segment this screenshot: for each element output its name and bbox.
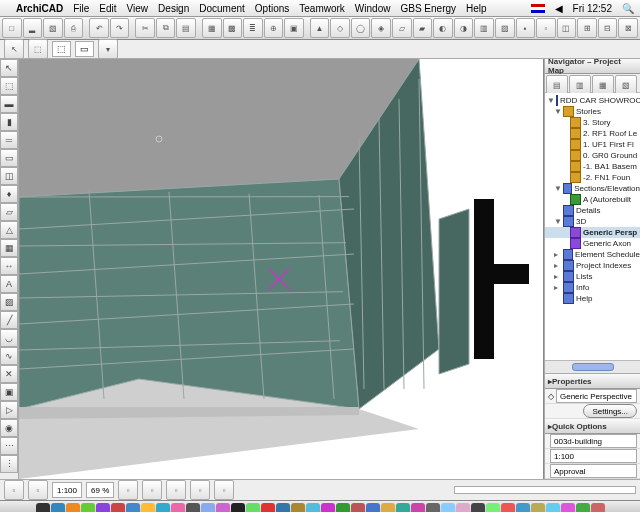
- menu-view[interactable]: View: [127, 3, 149, 14]
- tb-cut[interactable]: ✂: [135, 18, 155, 38]
- tool-camera[interactable]: ◉: [0, 419, 18, 437]
- tool-more2[interactable]: ⋮: [0, 455, 18, 473]
- tree-item[interactable]: 0. GR0 Ground: [545, 150, 640, 161]
- tb-e[interactable]: ▱: [392, 18, 412, 38]
- settings-button[interactable]: Settings...: [583, 404, 637, 418]
- dock-app-26[interactable]: [426, 503, 440, 512]
- status-zoom[interactable]: 69 %: [86, 482, 114, 498]
- sb-1[interactable]: ▫: [4, 480, 24, 500]
- nav-tab-3[interactable]: ▦: [592, 75, 614, 95]
- tree-item[interactable]: ▼Stories: [545, 106, 640, 117]
- dock-app-33[interactable]: [531, 503, 545, 512]
- dock-app-36[interactable]: [576, 503, 590, 512]
- tool-arc[interactable]: ◡: [0, 329, 18, 347]
- tool-text[interactable]: A: [0, 275, 18, 293]
- dock-app-11[interactable]: [201, 503, 215, 512]
- tree-item[interactable]: Generic Axon: [545, 238, 640, 249]
- tb-print[interactable]: ⎙: [64, 18, 84, 38]
- dock-app-16[interactable]: [276, 503, 290, 512]
- tb-l[interactable]: ▫: [536, 18, 556, 38]
- dock-app-3[interactable]: [81, 503, 95, 512]
- dock-app-0[interactable]: [36, 503, 50, 512]
- geometry-1[interactable]: ⬚: [52, 41, 71, 57]
- dock-app-24[interactable]: [396, 503, 410, 512]
- tree-item[interactable]: ▸Lists: [545, 271, 640, 282]
- dock-app-4[interactable]: [96, 503, 110, 512]
- tb-m[interactable]: ◫: [557, 18, 577, 38]
- clock[interactable]: Fri 12:52: [573, 3, 612, 14]
- tree-item[interactable]: Details: [545, 205, 640, 216]
- tool-slab[interactable]: ▱: [0, 203, 18, 221]
- dock-app-21[interactable]: [351, 503, 365, 512]
- geometry-2[interactable]: ▭: [75, 41, 94, 57]
- tree-item[interactable]: Generic Persp: [545, 227, 640, 238]
- tool-beam[interactable]: ═: [0, 131, 18, 149]
- tb-h[interactable]: ◑: [454, 18, 474, 38]
- tb-save[interactable]: ▧: [43, 18, 63, 38]
- dock-app-18[interactable]: [306, 503, 320, 512]
- tb-undo[interactable]: ↶: [89, 18, 109, 38]
- dock-app-31[interactable]: [501, 503, 515, 512]
- quick-approval[interactable]: Approval: [550, 464, 637, 478]
- dock-app-25[interactable]: [411, 503, 425, 512]
- tb-grid[interactable]: ▩: [223, 18, 243, 38]
- dock-app-23[interactable]: [381, 503, 395, 512]
- tool-arrow[interactable]: ↖: [0, 59, 18, 77]
- dock-app-9[interactable]: [171, 503, 185, 512]
- tb-3d[interactable]: ▦: [202, 18, 222, 38]
- quick-options-header[interactable]: ▸ Quick Options: [545, 419, 640, 434]
- tb-j[interactable]: ▨: [495, 18, 515, 38]
- dock-app-7[interactable]: [141, 503, 155, 512]
- dock-app-19[interactable]: [321, 503, 335, 512]
- dock-app-1[interactable]: [51, 503, 65, 512]
- menu-options[interactable]: Options: [255, 3, 289, 14]
- speaker-icon[interactable]: ◀: [555, 3, 563, 14]
- tb-layer[interactable]: ≣: [243, 18, 263, 38]
- tb-paste[interactable]: ▤: [176, 18, 196, 38]
- quick-layer[interactable]: 003d-building: [550, 434, 637, 448]
- tree-item[interactable]: ▸Element Schedule: [545, 249, 640, 260]
- arrow-mode[interactable]: ↖: [4, 39, 24, 59]
- menu-window[interactable]: Window: [355, 3, 391, 14]
- sb-2[interactable]: ▫: [28, 480, 48, 500]
- tree-item[interactable]: -2. FN1 Foun: [545, 172, 640, 183]
- dock-app-37[interactable]: [591, 503, 605, 512]
- tree-item[interactable]: -1. BA1 Basem: [545, 161, 640, 172]
- dock-app-22[interactable]: [366, 503, 380, 512]
- sb-7[interactable]: ▫: [214, 480, 234, 500]
- tool-object[interactable]: ♦: [0, 185, 18, 203]
- sb-4[interactable]: ▫: [142, 480, 162, 500]
- dock[interactable]: [0, 500, 640, 512]
- nav-tab-2[interactable]: ▥: [569, 75, 591, 95]
- tb-c[interactable]: ◯: [351, 18, 371, 38]
- navigator-tree[interactable]: ▼RDD CAR SHOWROOM▼Stories3. Story2. RF1 …: [545, 93, 640, 360]
- dock-app-8[interactable]: [156, 503, 170, 512]
- tool-marquee[interactable]: ⬚: [0, 77, 18, 95]
- app-name[interactable]: ArchiCAD: [16, 3, 63, 14]
- tool-dim[interactable]: ↔: [0, 257, 18, 275]
- tb-b[interactable]: ◇: [330, 18, 350, 38]
- tree-item[interactable]: A (Autorebuilt: [545, 194, 640, 205]
- tree-item[interactable]: ▼3D: [545, 216, 640, 227]
- tree-item[interactable]: ▸Info: [545, 282, 640, 293]
- dock-app-27[interactable]: [441, 503, 455, 512]
- tool-section[interactable]: ▷: [0, 401, 18, 419]
- tb-open[interactable]: ▂: [23, 18, 43, 38]
- nav-tab-4[interactable]: ▧: [615, 75, 637, 95]
- navigator-header[interactable]: Navigator – Project Map: [545, 59, 640, 74]
- tb-p[interactable]: ⊠: [618, 18, 638, 38]
- sb-3[interactable]: ▫: [118, 480, 138, 500]
- tb-i[interactable]: ▥: [474, 18, 494, 38]
- flag-icon[interactable]: [531, 4, 545, 13]
- nav-tab-1[interactable]: ▤: [546, 75, 568, 95]
- tb-k[interactable]: ▪: [516, 18, 536, 38]
- marquee-mode[interactable]: ⬚: [28, 39, 48, 59]
- nav-scroll[interactable]: [545, 360, 640, 373]
- status-scrollbar[interactable]: [454, 486, 636, 494]
- tb-o[interactable]: ⊟: [598, 18, 618, 38]
- status-scale[interactable]: 1:100: [52, 482, 82, 498]
- tb-copy[interactable]: ⧉: [156, 18, 176, 38]
- tree-item[interactable]: 3. Story: [545, 117, 640, 128]
- dock-app-12[interactable]: [216, 503, 230, 512]
- tb-f[interactable]: ▰: [413, 18, 433, 38]
